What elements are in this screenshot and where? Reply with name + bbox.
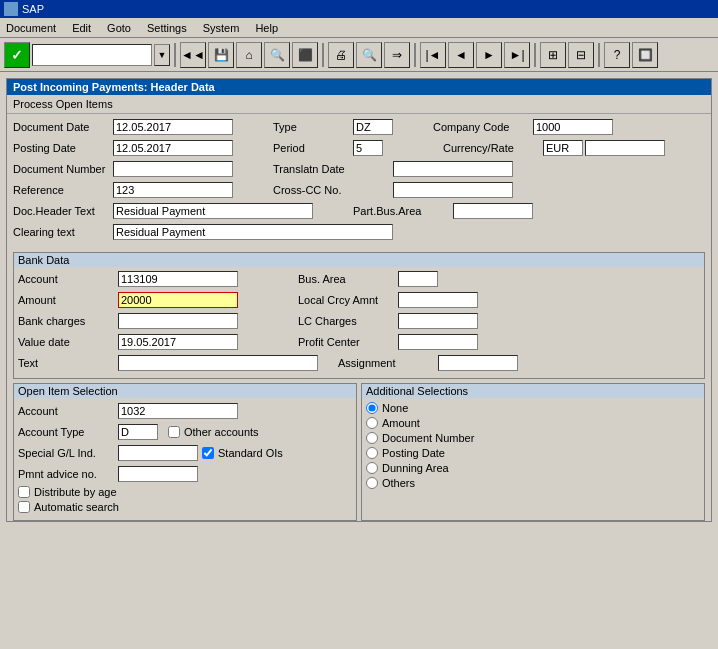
period-input[interactable] — [353, 140, 383, 156]
type-input[interactable] — [353, 119, 393, 135]
open-item-title: Open Item Selection — [14, 384, 356, 398]
type-label: Type — [273, 121, 353, 133]
other-accounts-checkbox[interactable] — [168, 426, 180, 438]
print-button[interactable]: 🖨 — [328, 42, 354, 68]
distribute-age-row: Distribute by age — [18, 486, 352, 498]
row-document-date: Document Date Type Company Code — [13, 118, 705, 136]
oi-pmnt-row: Pmnt advice no. — [18, 465, 352, 483]
menu-system[interactable]: System — [201, 21, 242, 35]
menu-document[interactable]: Document — [4, 21, 58, 35]
prev-button[interactable]: ◄ — [448, 42, 474, 68]
standard-ois-checkbox[interactable] — [202, 447, 214, 459]
doc-header-label: Doc.Header Text — [13, 205, 113, 217]
oi-account-row: Account — [18, 402, 352, 420]
radio-none-row: None — [366, 402, 700, 414]
oi-account-label: Account — [18, 405, 118, 417]
radio-dunning[interactable] — [366, 462, 378, 474]
row-reference: Reference Cross-CC No. — [13, 181, 705, 199]
row-text: Text Assignment — [18, 354, 700, 372]
row-bank-account: Account Bus. Area — [18, 270, 700, 288]
oi-account-type-input[interactable] — [118, 424, 158, 440]
jump-button[interactable]: ⊞ — [540, 42, 566, 68]
currency-input[interactable] — [543, 140, 583, 156]
value-date-label: Value date — [18, 336, 118, 348]
translation-date-input[interactable] — [393, 161, 513, 177]
radio-posting-date-row: Posting Date — [366, 447, 700, 459]
first-button[interactable]: |◄ — [420, 42, 446, 68]
clearing-label: Clearing text — [13, 226, 113, 238]
doc-number-label: Document Number — [13, 163, 113, 175]
menu-goto[interactable]: Goto — [105, 21, 133, 35]
last-button[interactable]: ►| — [504, 42, 530, 68]
local-crcy-input[interactable] — [398, 292, 478, 308]
main-panel: Post Incoming Payments: Header Data Proc… — [6, 78, 712, 522]
document-date-input[interactable] — [113, 119, 233, 135]
title-bar: SAP — [0, 0, 718, 18]
pmnt-advice-input[interactable] — [118, 466, 198, 482]
currency-rate-label: Currency/Rate — [443, 142, 543, 154]
oi-account-type-row: Account Type Other accounts — [18, 423, 352, 441]
value-date-input[interactable] — [118, 334, 238, 350]
menu-settings[interactable]: Settings — [145, 21, 189, 35]
reference-input[interactable] — [113, 182, 233, 198]
doc-number-input[interactable] — [113, 161, 233, 177]
automatic-search-checkbox[interactable] — [18, 501, 30, 513]
oi-account-type-label: Account Type — [18, 426, 118, 438]
process-open-items-subtitle: Process Open Items — [7, 95, 711, 114]
help-button[interactable]: ? — [604, 42, 630, 68]
menu-help[interactable]: Help — [253, 21, 280, 35]
standard-ois-label: Standard OIs — [218, 447, 283, 459]
distribute-age-checkbox[interactable] — [18, 486, 30, 498]
menu-edit[interactable]: Edit — [70, 21, 93, 35]
part-bus-input[interactable] — [453, 203, 533, 219]
profit-center-label: Profit Center — [298, 336, 398, 348]
customize-button[interactable]: 🔲 — [632, 42, 658, 68]
expand-button[interactable]: ⊟ — [568, 42, 594, 68]
find-next-button[interactable]: ⇒ — [384, 42, 410, 68]
bus-area-input[interactable] — [398, 271, 438, 287]
assignment-input[interactable] — [438, 355, 518, 371]
other-accounts-label: Other accounts — [184, 426, 259, 438]
radio-doc-number-row: Document Number — [366, 432, 700, 444]
rate-input[interactable] — [585, 140, 665, 156]
doc-header-input[interactable] — [113, 203, 313, 219]
nav-back-back-button[interactable]: ◄◄ — [180, 42, 206, 68]
bank-account-input[interactable] — [118, 271, 238, 287]
row-bank-charges: Bank charges LC Charges — [18, 312, 700, 330]
bank-charges-input[interactable] — [118, 313, 238, 329]
radio-doc-number[interactable] — [366, 432, 378, 444]
lc-charges-input[interactable] — [398, 313, 478, 329]
save-button[interactable]: 💾 — [208, 42, 234, 68]
text-input[interactable] — [118, 355, 318, 371]
bank-data-body: Account Bus. Area Amount Local Crcy Amnt — [14, 267, 704, 378]
find-button-1[interactable]: 🔍 — [264, 42, 290, 68]
amount-input[interactable] — [118, 292, 238, 308]
find-button-2[interactable]: 🔍 — [356, 42, 382, 68]
ok-button[interactable]: ✓ — [4, 42, 30, 68]
open-item-body: Account Account Type Other accounts Spec… — [14, 398, 356, 520]
document-date-label: Document Date — [13, 121, 113, 133]
radio-amount[interactable] — [366, 417, 378, 429]
radio-none-label: None — [382, 402, 408, 414]
command-dropdown[interactable]: ▼ — [154, 44, 170, 66]
radio-others[interactable] — [366, 477, 378, 489]
posting-date-input[interactable] — [113, 140, 233, 156]
radio-none[interactable] — [366, 402, 378, 414]
open-item-section: Open Item Selection Account Account Type… — [13, 383, 357, 521]
radio-dunning-row: Dunning Area — [366, 462, 700, 474]
additional-selections-title: Additional Selections — [362, 384, 704, 398]
radio-posting-date[interactable] — [366, 447, 378, 459]
next-button[interactable]: ► — [476, 42, 502, 68]
shortcut-button[interactable]: ⌂ — [236, 42, 262, 68]
command-field[interactable] — [32, 44, 152, 66]
cross-cc-input[interactable] — [393, 182, 513, 198]
profit-center-input[interactable] — [398, 334, 478, 350]
additional-selections-section: Additional Selections None Amount Docume… — [361, 383, 705, 521]
automatic-search-label: Automatic search — [34, 501, 119, 513]
oi-account-input[interactable] — [118, 403, 238, 419]
company-code-input[interactable] — [533, 119, 613, 135]
stop-button[interactable]: ⬛ — [292, 42, 318, 68]
clearing-input[interactable] — [113, 224, 393, 240]
bank-account-label: Account — [18, 273, 118, 285]
special-gl-input[interactable] — [118, 445, 198, 461]
